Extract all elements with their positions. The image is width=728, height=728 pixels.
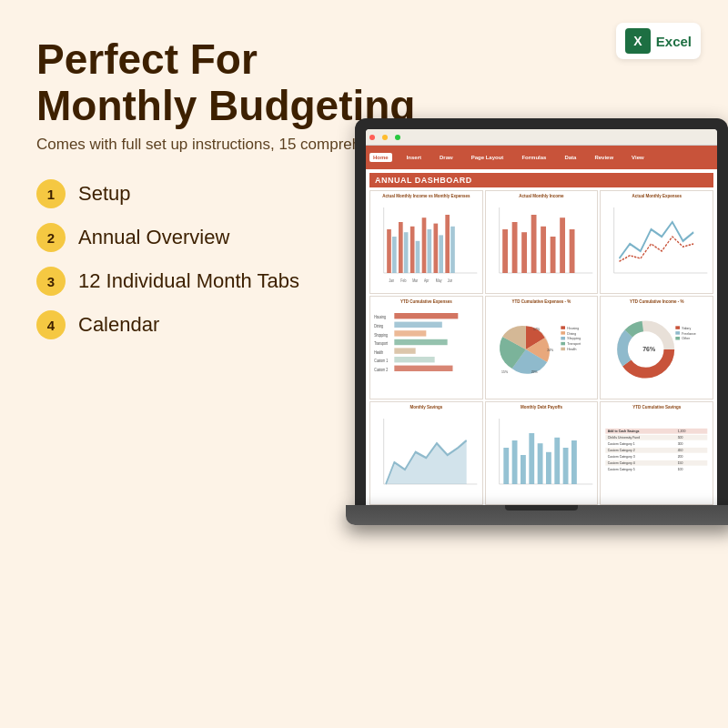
svg-rect-23 <box>511 222 517 273</box>
page-container: X Excel Perfect For Monthly Budgeting Co… <box>0 0 728 728</box>
svg-rect-33 <box>394 322 441 328</box>
donut-chart-svg-6: 76% Salary Freelance Other <box>603 306 710 393</box>
chart-title-1: Actual Monthly Income vs Monthly Expense… <box>373 194 480 198</box>
feature-text-2: Annual Overview <box>78 226 229 249</box>
ribbon-insert: Insert <box>403 153 425 162</box>
svg-rect-2 <box>387 229 391 273</box>
charts-grid: Actual Monthly Income vs Monthly Expense… <box>369 190 713 505</box>
svg-text:May: May <box>436 278 442 283</box>
svg-text:Custom Category 2: Custom Category 2 <box>608 450 635 453</box>
chart-area-5: 17% 24% 29% 15% Housing Dining <box>489 306 595 393</box>
svg-rect-59 <box>561 348 565 351</box>
svg-text:Child's University Fund: Child's University Fund <box>608 437 641 440</box>
svg-rect-83 <box>554 438 560 484</box>
svg-rect-4 <box>399 222 403 273</box>
svg-text:Shopping: Shopping <box>567 337 581 340</box>
chart-title-7: Monthly Savings <box>373 405 480 410</box>
svg-text:Add to Cash Savings: Add to Cash Savings <box>608 430 640 434</box>
svg-rect-78 <box>511 440 517 484</box>
excel-toolbar <box>366 129 717 146</box>
svg-text:Housing: Housing <box>374 315 386 320</box>
svg-text:Custom Category 3: Custom Category 3 <box>608 455 635 459</box>
ribbon-data: Data <box>561 153 580 162</box>
excel-icon: X <box>625 28 651 54</box>
ribbon-draw: Draw <box>436 153 457 162</box>
svg-rect-29 <box>569 229 574 273</box>
svg-text:17%: 17% <box>533 328 540 331</box>
ribbon-view: View <box>628 153 648 162</box>
feature-number-4: 4 <box>36 310 66 339</box>
chart-area-4: Housing Dining Shopping Transport Health… <box>373 306 480 393</box>
laptop-hinge <box>505 505 578 511</box>
chart-title-4: YTD Cumulative Expenses <box>373 299 480 304</box>
ribbon-home: Home <box>369 153 392 162</box>
svg-rect-27 <box>550 237 555 273</box>
svg-rect-3 <box>392 237 397 273</box>
svg-rect-57 <box>561 342 565 346</box>
svg-rect-79 <box>521 455 526 484</box>
excel-badge: X Excel <box>616 23 701 59</box>
svg-text:Custom Category 1: Custom Category 1 <box>608 443 635 447</box>
svg-rect-51 <box>561 326 565 329</box>
svg-rect-84 <box>562 448 568 484</box>
svg-text:Transport: Transport <box>374 341 388 347</box>
svg-text:Jun: Jun <box>448 278 453 283</box>
svg-text:Freelance: Freelance <box>682 332 697 336</box>
svg-rect-34 <box>394 330 426 336</box>
svg-rect-36 <box>394 348 415 353</box>
laptop-screen: Home Insert Draw Page Layout Formulas Da… <box>366 129 717 510</box>
svg-rect-24 <box>521 232 527 273</box>
chart-area-6: 76% Salary Freelance Other <box>603 306 710 393</box>
bar-chart-svg-1: Jan Feb Mar Apr May Jun <box>373 200 480 288</box>
hbar-chart-svg-4: Housing Dining Shopping Transport Health… <box>373 306 480 393</box>
chart-title-2: Actual Monthly Income <box>489 194 595 198</box>
svg-text:15%: 15% <box>501 370 508 374</box>
svg-rect-7 <box>416 241 420 273</box>
feature-number-3: 3 <box>36 267 66 296</box>
svg-text:Dining: Dining <box>567 332 576 336</box>
svg-rect-26 <box>541 227 546 273</box>
svg-rect-81 <box>537 443 542 484</box>
chart-area-8 <box>489 411 595 499</box>
chart-area-3 <box>603 200 710 288</box>
chart-area-1: Jan Feb Mar Apr May Jun <box>373 200 480 288</box>
svg-rect-25 <box>531 215 536 273</box>
svg-text:29%: 29% <box>531 370 537 374</box>
chart-title-9: YTD Cumulative Savings <box>603 405 710 410</box>
svg-text:Health: Health <box>567 348 576 351</box>
excel-label: Excel <box>656 34 692 49</box>
svg-text:Health: Health <box>374 349 384 355</box>
table-chart-svg-9: Add to Cash Savings 1,200 Child's Univer… <box>603 411 710 499</box>
svg-rect-77 <box>503 448 509 484</box>
svg-rect-38 <box>394 366 452 371</box>
feature-number-1: 1 <box>36 179 66 208</box>
svg-rect-80 <box>529 433 534 484</box>
area-chart-svg-7 <box>373 411 480 499</box>
feature-text-4: Calendar <box>78 313 159 337</box>
chart-area-9: Add to Cash Savings 1,200 Child's Univer… <box>603 411 710 499</box>
svg-text:150: 150 <box>678 461 683 465</box>
svg-rect-66 <box>676 326 681 329</box>
svg-text:500: 500 <box>678 437 683 440</box>
bar-chart-svg-2 <box>489 200 595 288</box>
chart-cell-1: Actual Monthly Income vs Monthly Expense… <box>369 190 483 294</box>
svg-text:450: 450 <box>678 450 683 453</box>
svg-text:Shopping: Shopping <box>374 332 388 338</box>
dashboard-title: ANNUAL DASHBOARD <box>369 173 713 187</box>
svg-text:76%: 76% <box>642 346 656 352</box>
svg-text:Dining: Dining <box>374 323 383 329</box>
svg-rect-22 <box>502 229 508 273</box>
excel-ribbon: Home Insert Draw Page Layout Formulas Da… <box>366 146 717 169</box>
svg-text:Transport: Transport <box>567 342 581 346</box>
chart-cell-3: Actual Monthly Expenses <box>600 190 713 294</box>
chart-cell-9: YTD Cumulative Savings Add to Cash Savin… <box>600 401 713 505</box>
bar-chart-svg-8 <box>489 411 595 499</box>
feature-text-1: Setup <box>78 182 131 206</box>
svg-text:Mar: Mar <box>412 278 419 283</box>
svg-text:Salary: Salary <box>682 327 692 330</box>
svg-text:300: 300 <box>678 443 683 447</box>
svg-text:Housing: Housing <box>567 327 579 330</box>
svg-rect-70 <box>676 337 681 339</box>
svg-text:100: 100 <box>678 468 683 471</box>
svg-rect-35 <box>394 339 447 345</box>
